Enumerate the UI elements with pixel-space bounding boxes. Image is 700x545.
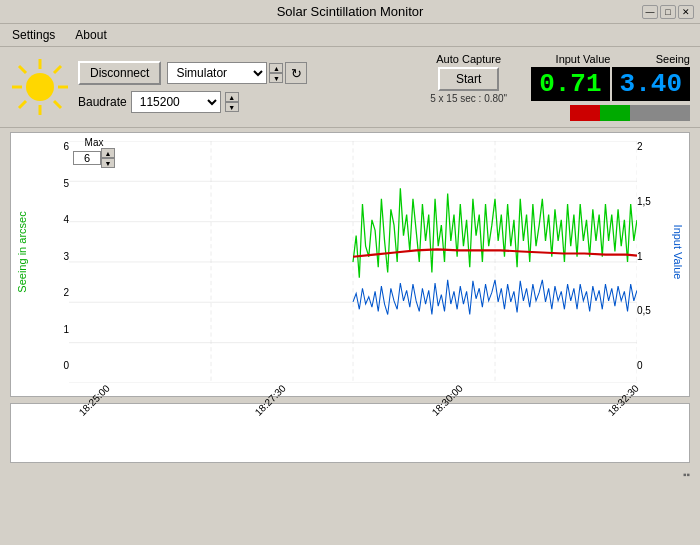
svg-line-7 (54, 66, 61, 73)
red-light (570, 105, 600, 121)
simulator-select[interactable]: Simulator (167, 62, 267, 84)
capture-section: Auto Capture Start 5 x 15 sec : 0.80" (430, 53, 507, 104)
y-right-tick-0: 0 (637, 360, 643, 371)
spin-down-button[interactable]: ▼ (269, 73, 283, 83)
values-section: Input Value Seeing 0.71 3.40 (531, 53, 690, 121)
menu-settings[interactable]: Settings (6, 26, 61, 44)
disconnect-button[interactable]: Disconnect (78, 61, 161, 85)
chart-svg (69, 141, 637, 383)
baudrate-spin-up[interactable]: ▲ (225, 92, 239, 102)
restore-button[interactable]: □ (660, 5, 676, 19)
y-axis-left-label: Seeing in arcsec (16, 211, 28, 292)
y-right-tick-1: 1 (637, 251, 643, 262)
y-right-tick-05: 0,5 (637, 305, 651, 316)
y-right-tick-2: 2 (637, 141, 643, 152)
menu-bar: Settings About (0, 24, 700, 47)
close-button[interactable]: ✕ (678, 5, 694, 19)
baudrate-spin-down[interactable]: ▼ (225, 102, 239, 112)
spin-up-button[interactable]: ▲ (269, 63, 283, 73)
baudrate-select[interactable]: 115200 (131, 91, 221, 113)
connection-controls: Disconnect Simulator ▲ ▼ ↻ Baudrate 1152… (78, 61, 307, 113)
refresh-button[interactable]: ↻ (285, 62, 307, 84)
sun-icon (10, 57, 70, 117)
capture-label: Auto Capture (436, 53, 501, 65)
y-axis-right-label: Input Value (672, 225, 684, 280)
y-right-tick-15: 1,5 (637, 196, 651, 207)
title-bar: Solar Scintillation Monitor — □ ✕ (0, 0, 700, 24)
seeing-value-display: 3.40 (612, 67, 690, 101)
status-bar: ▪▪ (0, 469, 700, 480)
window-title: Solar Scintillation Monitor (277, 4, 424, 19)
menu-about[interactable]: About (69, 26, 112, 44)
baudrate-label: Baudrate (78, 95, 127, 109)
svg-line-5 (19, 66, 26, 73)
status-text: ▪▪ (683, 469, 690, 480)
svg-point-0 (26, 73, 54, 101)
green-light (600, 105, 630, 121)
gray-light (630, 105, 690, 121)
seeing-label: Seeing (620, 53, 690, 65)
bottom-panel (10, 403, 690, 463)
svg-line-6 (54, 101, 61, 108)
chart-area: Seeing in arcsec Input Value Max ▲ ▼ 6 5… (10, 132, 690, 397)
input-value-label: Input Value (548, 53, 618, 65)
input-value-display: 0.71 (531, 67, 609, 101)
svg-line-8 (19, 101, 26, 108)
capture-start-button[interactable]: Start (438, 67, 499, 91)
minimize-button[interactable]: — (642, 5, 658, 19)
capture-sub-label: 5 x 15 sec : 0.80" (430, 93, 507, 104)
toolbar: Disconnect Simulator ▲ ▼ ↻ Baudrate 1152… (0, 47, 700, 128)
